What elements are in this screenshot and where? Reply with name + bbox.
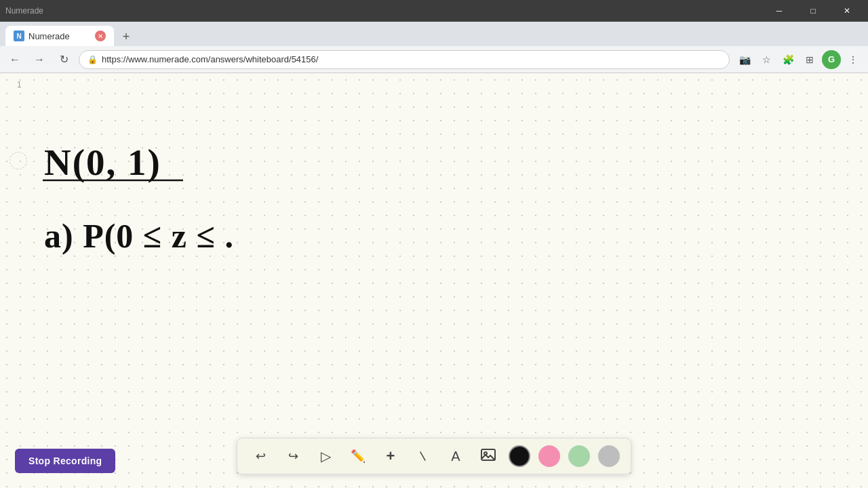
tab-bar: N Numerade ✕ + bbox=[0, 22, 868, 46]
tab-label: Numerade bbox=[5, 6, 43, 16]
select-tool-button[interactable]: ▷ bbox=[313, 444, 338, 468]
color-gray[interactable] bbox=[598, 445, 620, 467]
plus-icon: + bbox=[387, 447, 395, 465]
profile-button[interactable]: G bbox=[822, 50, 841, 69]
address-bar[interactable]: 🔒 https://www.numerade.com/answers/white… bbox=[79, 50, 730, 69]
close-button[interactable]: ✕ bbox=[831, 0, 863, 22]
math-content: N(0, 1) a) P(0 ≤ z ≤ . bbox=[41, 134, 326, 266]
math-line1: N(0, 1) bbox=[41, 134, 326, 195]
svg-text:N(0, 1): N(0, 1) bbox=[44, 142, 161, 183]
window-controls: ─ □ ✕ bbox=[764, 0, 863, 22]
eraser-icon: / bbox=[416, 449, 430, 463]
menu-button[interactable]: ⋮ bbox=[844, 50, 863, 69]
page-indicator: 1 bbox=[17, 80, 22, 89]
color-black[interactable] bbox=[509, 445, 530, 467]
tab-favicon: N bbox=[14, 30, 24, 41]
probability-formula: a) P(0 ≤ z ≤ . bbox=[41, 208, 326, 259]
extensions-button[interactable]: 🧩 bbox=[778, 50, 797, 69]
cursor-indicator bbox=[9, 152, 27, 169]
pen-tool-button[interactable]: ✏️ bbox=[346, 444, 370, 468]
tab-title: Numerade bbox=[28, 31, 70, 41]
nav-right-controls: 📷 ☆ 🧩 ⊞ G ⋮ bbox=[735, 50, 863, 69]
redo-button[interactable]: ↪ bbox=[281, 444, 305, 468]
redo-icon: ↪ bbox=[288, 449, 298, 464]
image-icon bbox=[480, 447, 496, 466]
back-button[interactable]: ← bbox=[5, 50, 24, 69]
lock-icon: 🔒 bbox=[87, 55, 98, 64]
new-tab-button[interactable]: + bbox=[117, 27, 136, 46]
camera-button[interactable]: 📷 bbox=[735, 50, 754, 69]
tab-grid-button[interactable]: ⊞ bbox=[800, 50, 819, 69]
title-bar-left: Numerade bbox=[5, 6, 43, 16]
content-area: 1 N(0, 1) a) P(0 ≤ z ≤ . bbox=[0, 73, 868, 488]
text-tool-button[interactable]: A bbox=[443, 444, 468, 468]
nav-bar: ← → ↻ 🔒 https://www.numerade.com/answers… bbox=[0, 46, 868, 73]
undo-icon: ↩ bbox=[256, 449, 266, 464]
maximize-button[interactable]: □ bbox=[797, 0, 829, 22]
stop-recording-label: Stop Recording bbox=[28, 455, 102, 466]
browser-frame: Numerade ─ □ ✕ N Numerade ✕ + ← bbox=[0, 0, 868, 488]
math-line2: a) P(0 ≤ z ≤ . bbox=[41, 208, 326, 266]
svg-text:a)   P(0 ≤ z ≤ .: a) P(0 ≤ z ≤ . bbox=[44, 217, 234, 255]
tab-close-button[interactable]: ✕ bbox=[95, 30, 106, 41]
n01-formula: N(0, 1) bbox=[41, 134, 190, 185]
pen-icon: ✏️ bbox=[351, 449, 366, 464]
select-icon: ▷ bbox=[321, 448, 331, 464]
url-text: https://www.numerade.com/answers/whitebo… bbox=[102, 54, 318, 64]
eraser-tool-button[interactable]: / bbox=[411, 444, 435, 468]
reload-button[interactable]: ↻ bbox=[54, 50, 73, 69]
text-icon: A bbox=[451, 449, 460, 464]
whiteboard-content[interactable]: 1 N(0, 1) a) P(0 ≤ z ≤ . bbox=[0, 73, 868, 488]
forward-button[interactable]: → bbox=[30, 50, 49, 69]
title-bar: Numerade ─ □ ✕ bbox=[0, 0, 868, 22]
color-pink[interactable] bbox=[538, 445, 560, 467]
undo-button[interactable]: ↩ bbox=[248, 444, 273, 468]
minimize-button[interactable]: ─ bbox=[764, 0, 795, 22]
image-tool-button[interactable] bbox=[476, 444, 500, 468]
bookmark-button[interactable]: ☆ bbox=[757, 50, 776, 69]
drawing-toolbar: ↩ ↪ ▷ ✏️ + / A bbox=[237, 438, 631, 474]
color-green[interactable] bbox=[568, 445, 590, 467]
active-tab[interactable]: N Numerade ✕ bbox=[5, 26, 114, 46]
add-button[interactable]: + bbox=[378, 444, 403, 468]
stop-recording-button[interactable]: Stop Recording bbox=[15, 449, 115, 473]
